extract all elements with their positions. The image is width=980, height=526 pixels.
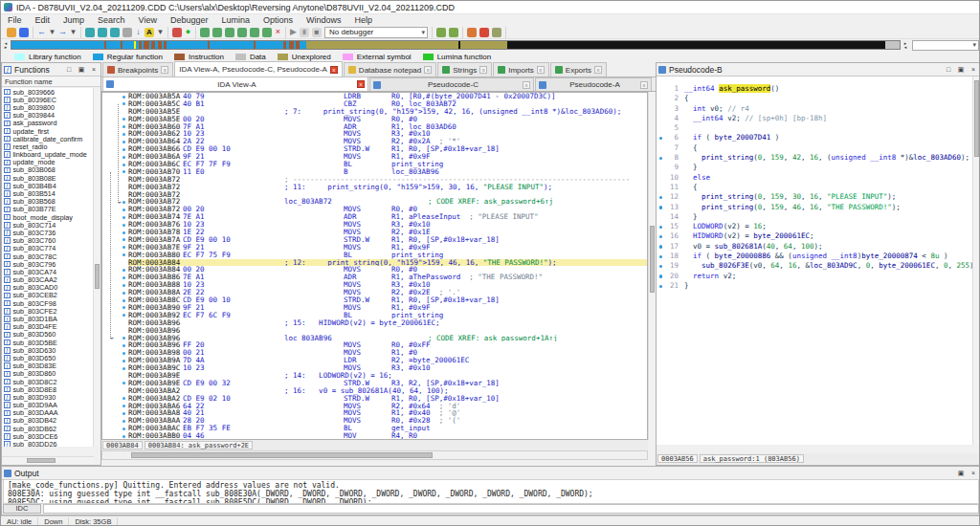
- save-icon[interactable]: [19, 28, 29, 37]
- navband-segment[interactable]: [122, 41, 134, 49]
- pseudocode-line[interactable]: 19 sub_8026F3E(v0, 64, 16, &loc_803AD9C,…: [657, 261, 972, 271]
- tab-exports[interactable]: Exportsx: [550, 62, 607, 77]
- close-icon[interactable]: x: [161, 66, 168, 74]
- listing-row[interactable]: ROM:0003AB9800 21MOVSR1, #0: [102, 349, 647, 357]
- listing-row[interactable]: ROM:0003AB72loc_803AB72; CODE XREF: ask_…: [102, 198, 647, 206]
- menu-lumina[interactable]: Lumina: [214, 15, 256, 25]
- navigation-band[interactable]: [11, 40, 901, 50]
- pseudocode-line[interactable]: 8 print_string(0, 159, 42, 16, (unsigned…: [657, 153, 972, 163]
- subtab-pseudocode-a[interactable]: Pseudocode-Ax: [535, 77, 652, 91]
- listing-row[interactable]: ROM:0003ABA840 21MOVSR1, #0x40 ; '@': [102, 409, 647, 417]
- listing-row[interactable]: ROM:0003ABA2CD E9 02 10STRD.WR1, R0, [SP…: [102, 395, 647, 403]
- close-icon[interactable]: x: [357, 80, 365, 88]
- listing-row[interactable]: ROM:0003AB9C10 23MOVSR3, #0x10: [102, 364, 647, 372]
- listing-row[interactable]: ROM:0003AB7610 23MOVSR3, #0x10: [102, 221, 647, 229]
- listing-row[interactable]: ROM:0003AB96; 15: HIDWORD(v2) = byte_200…: [102, 319, 647, 327]
- scrollbar-thumb[interactable]: [974, 80, 979, 157]
- pseudocode-line[interactable]: 5: [657, 123, 972, 133]
- scrollbar-thumb[interactable]: [95, 264, 100, 289]
- pseudocode-line[interactable]: 13 print_string(0, 159, 46, 16, "THE PAS…: [657, 203, 972, 212]
- close-icon[interactable]: x: [537, 66, 545, 74]
- listing-row[interactable]: ROM:0003AB8400 20MOVSR0, #0: [102, 266, 647, 274]
- tab-strings[interactable]: Stringsx: [437, 62, 492, 77]
- close-icon[interactable]: x: [523, 81, 530, 89]
- pseudocode-line[interactable]: 3 int v0; // r4: [657, 104, 972, 114]
- scrollbar-thumb[interactable]: [650, 226, 655, 293]
- close-icon[interactable]: ×: [969, 65, 978, 74]
- navband-segment[interactable]: [167, 41, 208, 49]
- listing-row[interactable]: ROM:0003AB72: [102, 191, 647, 199]
- pseudocode-line[interactable]: 18 if ( byte_20000886 && (unsigned __int…: [657, 252, 972, 261]
- plugins-icon[interactable]: [492, 28, 501, 37]
- step-into-icon[interactable]: [225, 28, 234, 37]
- debugger-windows-icon[interactable]: [436, 28, 446, 37]
- listing-row[interactable]: ROM:0003AB72; 11: print_string(0, "h159"…: [102, 184, 647, 191]
- menu-search[interactable]: Search: [91, 15, 132, 25]
- navband-segment[interactable]: [11, 41, 104, 49]
- listing-row[interactable]: ROM:0003AB96loc_803AB96; CODE XREF: ask_…: [102, 335, 647, 342]
- listing-row[interactable]: ROM:0003AB607F A1ADRR1, loc_803AD60: [102, 123, 647, 131]
- forward-icon[interactable]: →: [58, 28, 67, 37]
- listing-row[interactable]: ROM:0003AB8A2E 22MOVSR2, #0x2E ; '.': [102, 289, 647, 296]
- listing-row[interactable]: ROM:0003AB5C40 B1CBZR0, loc_803AB72: [102, 100, 647, 108]
- listing-row[interactable]: ROM:0003AB5E00 20MOVSR0, #0: [102, 116, 647, 123]
- listing-row[interactable]: ROM:0003AB7ACD E9 00 10STRD.WR1, R0, [SP…: [102, 236, 647, 244]
- pseudocode-line[interactable]: 15 LODWORD(v2) = 16;: [657, 222, 972, 231]
- listing-row[interactable]: ROM:0003ABA664 22MOVSR2, #0x64 ; 'd': [102, 403, 647, 410]
- pseudocode-line[interactable]: 1__int64 ask_password(): [657, 84, 972, 94]
- listing-row[interactable]: ROM:0003AB9E; 14: LODWORD(v2) = 16;: [102, 372, 647, 380]
- open-file-icon[interactable]: [7, 28, 16, 37]
- navband-segment[interactable]: [306, 41, 458, 49]
- navband-right-arrows[interactable]: ▸◂: [901, 41, 910, 49]
- pseudocode-line[interactable]: 2{: [657, 94, 972, 103]
- pseudocode-line[interactable]: 7 {: [657, 143, 972, 153]
- navband-segment[interactable]: [256, 41, 283, 49]
- tab-database-notepad[interactable]: Database notepadx: [344, 62, 436, 77]
- subtab-ida-view-a[interactable]: IDA View-Ax: [102, 77, 368, 91]
- debugger-combo[interactable]: No debugger▾: [324, 27, 428, 38]
- cli-input[interactable]: [43, 504, 979, 514]
- menu-view[interactable]: View: [132, 15, 164, 25]
- listing-row[interactable]: ROM:0003AB5A40 79LDRBR0, [R0,#(byte_2000…: [102, 93, 647, 100]
- navband-left-arrows[interactable]: ◂▸: [1, 41, 11, 49]
- tab-ida-view-a-pseudocode-c-pseudocode-a[interactable]: IDA View-A, Pseudocode-C, Pseudocode-Ax: [174, 61, 343, 77]
- pseudocode-line[interactable]: 10 else: [657, 173, 972, 183]
- text-options-dropdown-icon[interactable]: ▾: [157, 28, 164, 37]
- pseudocode-line[interactable]: 4 __int64 v2; // [sp+0h] [bp-18h]: [657, 114, 972, 123]
- listing-row[interactable]: ROM:0003AB9ECD E9 00 32STRD.WR3, R2, [SP…: [102, 380, 647, 387]
- navband-segment[interactable]: [507, 41, 885, 49]
- listing-row[interactable]: ROM:0003AB96: [102, 327, 647, 335]
- listing-row[interactable]: ROM:0003AB781E 22MOVSR2, #0x1E: [102, 229, 647, 236]
- pseudocode-line[interactable]: 20 return v2;: [657, 272, 972, 281]
- listing-row[interactable]: ROM:0003AB7E9F 21MOVSR1, #0x9F: [102, 244, 647, 252]
- listing-row[interactable]: ROM:0003AB96FF 20MOVSR0, #0xFF: [102, 341, 647, 349]
- listing-row[interactable]: ROM:0003AB6A9F 21MOVSR1, #0x9F: [102, 153, 647, 161]
- navband-combo[interactable]: ▾: [912, 40, 979, 51]
- output-log[interactable]: [make_code_functions.py] Quitting. Enter…: [3, 479, 979, 504]
- listing-row[interactable]: ROM:0003AB9A7D 4ALDRR2, =byte_200061EC: [102, 357, 647, 364]
- listing-row[interactable]: ROM:0003AB92EC F7 6C F9BLprint_string: [102, 312, 647, 319]
- pseudocode-line[interactable]: 17 v0 = sub_802681A(40, 64, 100);: [657, 242, 972, 252]
- listing-row[interactable]: ROM:0003AB909F 21MOVSR1, #0x9F: [102, 304, 647, 312]
- debugger-setup-icon[interactable]: [200, 28, 210, 37]
- listing-horizontal-scrollbar[interactable]: [101, 450, 648, 460]
- function-name-column-header[interactable]: Function name: [2, 77, 100, 87]
- cancel-icon[interactable]: ×: [275, 28, 281, 37]
- debugger-attach-icon[interactable]: [212, 28, 222, 37]
- listing-vertical-scrollbar[interactable]: [648, 92, 655, 440]
- forward-dropdown-icon[interactable]: ▾: [70, 28, 77, 37]
- listing-row[interactable]: ROM:0003AB867E A1ADRR1, aThePassword ; "…: [102, 274, 647, 281]
- menu-file[interactable]: File: [1, 15, 29, 25]
- close-icon[interactable]: x: [424, 66, 432, 74]
- menu-options[interactable]: Options: [256, 15, 300, 25]
- scrollbar-thumb[interactable]: [27, 458, 56, 463]
- listing-row[interactable]: ROM:0003ABAA28 20MOVSR0, #0x28 ; '(': [102, 417, 647, 425]
- pseudocode-line[interactable]: 6 if ( byte_20007D41 ): [657, 133, 972, 142]
- pseudocode-line[interactable]: 16 HIDWORD(v2) = byte_200061EC;: [657, 231, 972, 241]
- listing-row[interactable]: ROM:0003ABB004 46MOVR4, R0: [102, 432, 647, 440]
- snapshot-icon[interactable]: [172, 28, 182, 37]
- listing-row[interactable]: ROM:0003AB8810 23MOVSR3, #0x10: [102, 281, 647, 289]
- cli-language-button[interactable]: IDC: [3, 504, 41, 514]
- script-file-icon[interactable]: [479, 28, 489, 37]
- lumina-icon[interactable]: ●: [185, 28, 191, 37]
